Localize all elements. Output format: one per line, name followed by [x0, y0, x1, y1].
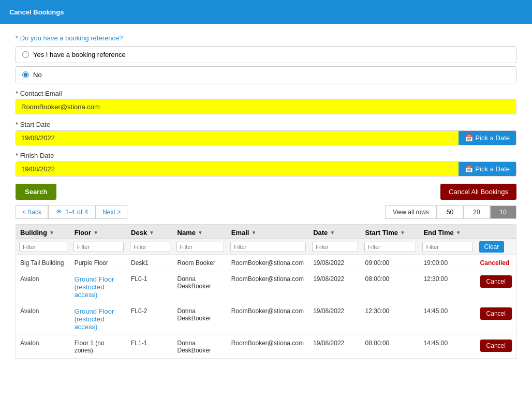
- cell-floor-1[interactable]: Ground Floor (restricted access): [70, 271, 127, 303]
- contact-email-field-row: [16, 99, 516, 114]
- cell-end-time-1: 12:30:00: [419, 271, 476, 303]
- cell-action-2[interactable]: Cancel: [476, 303, 516, 335]
- col-floor: Floor ▼: [70, 225, 127, 239]
- radio-no-label: No: [33, 71, 42, 79]
- view-all-button[interactable]: View all rows: [385, 205, 437, 219]
- filter-desk[interactable]: [130, 242, 170, 252]
- table-row: AvalonFloor 1 (no zones)FL1-1Donna DeskB…: [16, 335, 516, 359]
- header-title: Cancel Bookings: [9, 8, 64, 16]
- cell-floor-0: Purple Floor: [70, 255, 127, 271]
- cell-name-3: Donna DeskBooker: [173, 335, 227, 359]
- sort-icon-end-time[interactable]: ▼: [456, 230, 461, 235]
- cell-desk-0: Desk1: [127, 255, 173, 271]
- filter-clear-cell: Clear: [476, 239, 516, 255]
- pagination-row: < Back 👁 1-4 of 4 Next > View all rows 5…: [16, 205, 516, 219]
- table-row: AvalonGround Floor (restricted access)FL…: [16, 271, 516, 303]
- start-date-value: 19/08/2022: [16, 131, 459, 145]
- cell-start-time-2: 12:30:00: [361, 303, 420, 335]
- cell-date-0: 19/08/2022: [309, 255, 361, 271]
- bookings-table-wrapper: Building ▼ Floor ▼ Desk ▼: [16, 224, 516, 359]
- sort-icon-floor[interactable]: ▼: [93, 230, 98, 235]
- finish-date-pick-button[interactable]: 📅 Pick a Date: [459, 162, 516, 176]
- cell-date-2: 19/08/2022: [309, 303, 361, 335]
- filter-start-time-cell: [361, 239, 420, 255]
- radio-yes-label: Yes I have a booking reference: [33, 51, 126, 58]
- cell-building-1: Avalon: [16, 271, 70, 303]
- cell-building-0: Big Tall Building: [16, 255, 70, 271]
- sort-icon-email[interactable]: ▼: [251, 230, 256, 235]
- finish-date-field-row: 19/08/2022 📅 Pick a Date: [16, 161, 516, 176]
- col-start-time: Start Time ▼: [361, 225, 420, 239]
- cell-email-2: RoomBooker@stiona.com: [227, 303, 309, 335]
- filter-end-time-cell: [419, 239, 476, 255]
- sort-icon-building[interactable]: ▼: [49, 230, 54, 235]
- start-date-field-row: 19/08/2022 📅 Pick a Date: [16, 130, 516, 145]
- eye-icon: 👁: [56, 208, 63, 216]
- table-row: Big Tall BuildingPurple FloorDesk1Room B…: [16, 255, 516, 271]
- start-date-label: * Start Date: [16, 121, 516, 128]
- search-button[interactable]: Search: [16, 184, 56, 200]
- sort-icon-name[interactable]: ▼: [198, 230, 203, 235]
- cancel-booking-button-2[interactable]: Cancel: [480, 307, 512, 320]
- filter-name[interactable]: [176, 242, 224, 252]
- filter-start-time[interactable]: [364, 242, 417, 252]
- cell-desk-2: FL0-2: [127, 303, 173, 335]
- filter-end-time[interactable]: [422, 242, 472, 252]
- filter-floor[interactable]: [73, 242, 124, 252]
- contact-email-input[interactable]: [16, 100, 516, 114]
- radio-no-input[interactable]: [22, 71, 29, 78]
- table-filter-row: Clear: [16, 239, 516, 255]
- cell-start-time-3: 08:00:00: [361, 335, 420, 359]
- back-button[interactable]: < Back: [16, 205, 48, 219]
- cell-email-0: RoomBooker@stiona.com: [227, 255, 309, 271]
- count-50-button[interactable]: 50: [437, 205, 463, 219]
- cancel-booking-button-1[interactable]: Cancel: [480, 275, 512, 288]
- cell-floor-3: Floor 1 (no zones): [70, 335, 127, 359]
- clear-filter-button[interactable]: Clear: [479, 241, 505, 253]
- cell-building-2: Avalon: [16, 303, 70, 335]
- table-body: Big Tall BuildingPurple FloorDesk1Room B…: [16, 255, 516, 359]
- cell-desk-3: FL1-1: [127, 335, 173, 359]
- next-button[interactable]: Next >: [96, 205, 127, 219]
- cancel-all-button[interactable]: Cancel All Bookings: [440, 184, 516, 200]
- cell-date-1: 19/08/2022: [309, 271, 361, 303]
- cell-action-3[interactable]: Cancel: [476, 335, 516, 359]
- table-header-row: Building ▼ Floor ▼ Desk ▼: [16, 225, 516, 239]
- table-row: AvalonGround Floor (restricted access)FL…: [16, 303, 516, 335]
- filter-date-cell: [309, 239, 361, 255]
- cell-building-3: Avalon: [16, 335, 70, 359]
- filter-building[interactable]: [19, 242, 67, 252]
- cell-end-time-3: 14:45:00: [419, 335, 476, 359]
- sort-icon-start-time[interactable]: ▼: [400, 230, 405, 235]
- filter-building-cell: [16, 239, 70, 255]
- col-date: Date ▼: [309, 225, 361, 239]
- contact-email-label: * Contact Email: [16, 90, 516, 97]
- cell-end-time-0: 19:00:00: [419, 255, 476, 271]
- cancel-booking-button-3[interactable]: Cancel: [480, 340, 512, 352]
- radio-yes[interactable]: Yes I have a booking reference: [16, 46, 516, 63]
- radio-no[interactable]: No: [16, 66, 516, 83]
- cell-start-time-0: 09:00:00: [361, 255, 420, 271]
- cell-email-1: RoomBooker@stiona.com: [227, 271, 309, 303]
- filter-date[interactable]: [312, 242, 358, 252]
- cell-email-3: RoomBooker@stiona.com: [227, 335, 309, 359]
- header: Cancel Bookings: [0, 0, 532, 24]
- booking-question: * Do you have a booking reference?: [16, 34, 516, 42]
- filter-email[interactable]: [230, 242, 306, 252]
- cell-floor-2[interactable]: Ground Floor (restricted access): [70, 303, 127, 335]
- count-10-button[interactable]: 10: [490, 205, 516, 219]
- cell-name-2: Donna DeskBooker: [173, 303, 227, 335]
- sort-icon-date[interactable]: ▼: [330, 230, 335, 235]
- count-20-button[interactable]: 20: [463, 205, 490, 219]
- cell-end-time-2: 14:45:00: [419, 303, 476, 335]
- finish-date-label: * Finish Date: [16, 152, 516, 159]
- radio-yes-input[interactable]: [22, 51, 29, 58]
- pagination-info: 👁 1-4 of 4: [48, 205, 96, 219]
- filter-name-cell: [173, 239, 227, 255]
- sort-icon-desk[interactable]: ▼: [149, 230, 154, 235]
- calendar-icon: 📅: [465, 134, 473, 142]
- cell-action-1[interactable]: Cancel: [476, 271, 516, 303]
- cell-start-time-1: 08:00:00: [361, 271, 420, 303]
- start-date-pick-button[interactable]: 📅 Pick a Date: [459, 131, 516, 145]
- cell-name-0: Room Booker: [173, 255, 227, 271]
